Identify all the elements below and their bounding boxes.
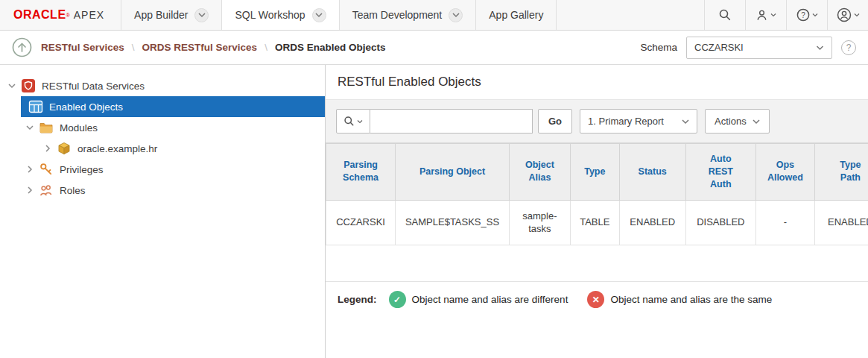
chevron-down-icon[interactable] bbox=[312, 8, 326, 22]
chevron-down-icon bbox=[682, 119, 689, 125]
admin-menu-button[interactable] bbox=[745, 0, 786, 30]
shield-icon bbox=[21, 78, 36, 93]
tree-item-restful-data-services[interactable]: RESTful Data Services bbox=[0, 75, 325, 96]
breadcrumb: RESTful Services \ ORDS RESTful Services… bbox=[41, 42, 385, 53]
registered-mark: ® bbox=[66, 13, 70, 18]
user-icon bbox=[755, 9, 768, 22]
table-cell: ENABLED bbox=[619, 200, 685, 245]
column-header[interactable]: Auto REST Auth bbox=[685, 144, 755, 201]
legend-text: Object name and alias are different bbox=[412, 294, 568, 305]
column-header[interactable]: Type Path bbox=[814, 144, 868, 201]
help-icon: ? bbox=[796, 8, 810, 22]
report-toolbar: Go 1. Primary Report Actions bbox=[326, 100, 868, 143]
apex-logo-text: APEX bbox=[74, 9, 104, 21]
search-menu-button[interactable] bbox=[704, 0, 745, 30]
main-region: RESTful Enabled Objects Go 1. Primary Re… bbox=[326, 65, 868, 358]
users-icon bbox=[39, 183, 54, 198]
chevron-down-icon bbox=[854, 13, 860, 17]
legend-label: Legend: bbox=[338, 294, 377, 305]
oracle-logo-text: ORACLE bbox=[13, 8, 66, 22]
page-title: RESTful Enabled Objects bbox=[326, 65, 868, 100]
cross-icon: ✕ bbox=[587, 291, 604, 308]
cube-icon bbox=[57, 141, 72, 156]
tree-item-roles[interactable]: Roles bbox=[0, 180, 325, 201]
column-header[interactable]: Type bbox=[570, 144, 619, 201]
report-select-value: 1. Primary Report bbox=[588, 116, 664, 127]
table-cell: CCZARSKI bbox=[326, 200, 396, 245]
column-header[interactable]: Status bbox=[619, 144, 685, 201]
search-icon bbox=[343, 116, 355, 127]
table-cell: sample-tasks bbox=[509, 200, 570, 245]
report-footer-divider bbox=[326, 245, 868, 282]
tab-app-gallery[interactable]: App Gallery bbox=[475, 0, 557, 30]
tab-team-development[interactable]: Team Development bbox=[339, 0, 476, 30]
up-arrow-button[interactable] bbox=[12, 37, 32, 57]
search-column-button[interactable] bbox=[336, 109, 370, 134]
chevron-down-icon bbox=[357, 119, 363, 124]
chevron-down-icon[interactable] bbox=[22, 124, 37, 131]
schema-controls: Schema CCZARSKI ? bbox=[640, 37, 856, 59]
legend-item: ✕ Object name and alias are the same bbox=[587, 291, 772, 308]
table-cell: - bbox=[755, 200, 814, 245]
avatar-icon bbox=[837, 7, 852, 22]
breadcrumb-separator: \ bbox=[264, 42, 267, 53]
column-header[interactable]: Object Alias bbox=[509, 144, 570, 201]
folder-icon bbox=[39, 120, 54, 135]
chevron-down-icon bbox=[770, 13, 776, 17]
check-icon: ✓ bbox=[389, 291, 406, 308]
column-header[interactable]: Ops Allowed bbox=[755, 144, 814, 201]
tab-sql-workshop[interactable]: SQL Workshop bbox=[221, 0, 338, 30]
schema-select[interactable]: CCZARSKI bbox=[686, 37, 832, 59]
breadcrumb-item[interactable]: RESTful Services bbox=[41, 42, 124, 53]
topbar: ORACLE® APEX App Builder SQL Workshop Te… bbox=[0, 0, 868, 31]
chevron-down-icon[interactable] bbox=[194, 8, 209, 22]
content: RESTful Data Services Enabled Objects Mo… bbox=[0, 65, 868, 358]
table-cell: TABLE bbox=[570, 200, 619, 245]
table-cell: ENABLED bbox=[814, 200, 868, 245]
schema-label: Schema bbox=[640, 42, 677, 53]
tree-panel: RESTful Data Services Enabled Objects Mo… bbox=[0, 65, 326, 358]
topbar-utilities: ? bbox=[704, 0, 868, 30]
breadcrumb-separator: \ bbox=[132, 42, 135, 53]
help-icon[interactable]: ? bbox=[841, 40, 856, 55]
chevron-right-icon[interactable] bbox=[40, 145, 55, 152]
tree-item-label: Enabled Objects bbox=[49, 101, 123, 113]
search-input[interactable] bbox=[370, 109, 533, 134]
report-table: Parsing Schema Parsing Object Object Ali… bbox=[326, 143, 868, 245]
chevron-down-icon bbox=[812, 13, 818, 17]
table-cell: SAMPLE$TASKS_SS bbox=[396, 200, 510, 245]
chevron-down-icon bbox=[753, 119, 760, 125]
chevron-down-icon[interactable] bbox=[4, 82, 19, 90]
column-header[interactable]: Parsing Schema bbox=[326, 144, 396, 201]
tree-item-modules[interactable]: Modules bbox=[0, 117, 325, 138]
table-row: CCZARSKI SAMPLE$TASKS_SS sample-tasks TA… bbox=[326, 200, 868, 245]
tree-item-privileges[interactable]: Privileges bbox=[0, 159, 325, 180]
tab-label: App Gallery bbox=[489, 9, 543, 21]
legend: Legend: ✓ Object name and alias are diff… bbox=[326, 282, 868, 317]
grid-icon bbox=[28, 99, 43, 114]
table-cell: DISABLED bbox=[685, 200, 755, 245]
schema-select-value: CCZARSKI bbox=[694, 42, 744, 53]
svg-text:?: ? bbox=[801, 11, 805, 19]
breadcrumb-item[interactable]: ORDS RESTful Services bbox=[142, 42, 258, 53]
tree-item-label: oracle.example.hr bbox=[77, 143, 157, 154]
key-icon bbox=[39, 162, 54, 177]
breadcrumb-bar: RESTful Services \ ORDS RESTful Services… bbox=[0, 31, 868, 65]
help-menu-button[interactable]: ? bbox=[786, 0, 827, 30]
account-menu-button[interactable] bbox=[827, 0, 868, 30]
oracle-apex-logo: ORACLE® APEX bbox=[0, 0, 121, 30]
chevron-down-icon bbox=[816, 45, 824, 51]
legend-text: Object name and alias are the same bbox=[610, 294, 772, 305]
search-icon bbox=[718, 8, 732, 22]
chevron-down-icon[interactable] bbox=[449, 8, 463, 22]
tab-app-builder[interactable]: App Builder bbox=[121, 0, 221, 30]
go-button[interactable]: Go bbox=[538, 109, 572, 134]
chevron-right-icon[interactable] bbox=[22, 186, 37, 194]
column-header[interactable]: Parsing Object bbox=[396, 144, 510, 201]
tree-item-oracle-example-hr[interactable]: oracle.example.hr bbox=[0, 138, 325, 159]
tree-item-enabled-objects[interactable]: Enabled Objects bbox=[21, 96, 325, 117]
tree-item-label: RESTful Data Services bbox=[42, 81, 145, 92]
actions-button[interactable]: Actions bbox=[705, 109, 770, 134]
chevron-right-icon[interactable] bbox=[22, 166, 37, 173]
report-select[interactable]: 1. Primary Report bbox=[580, 109, 697, 134]
